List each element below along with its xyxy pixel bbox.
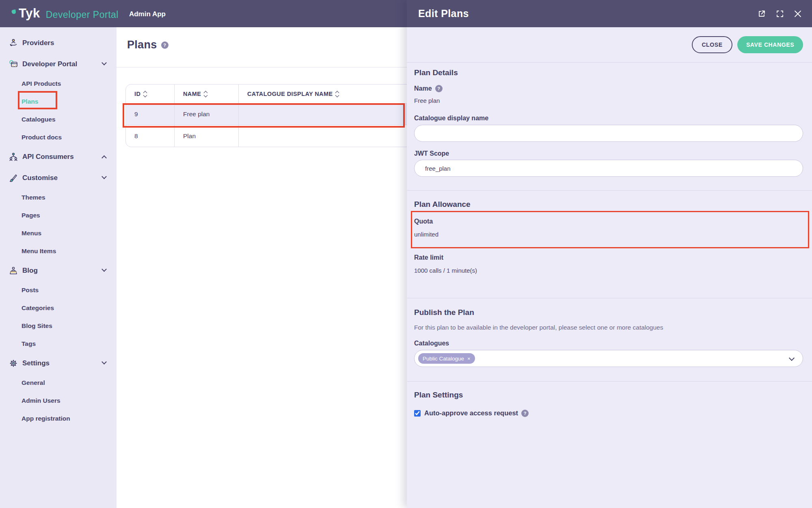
help-icon[interactable]: ? bbox=[521, 410, 529, 417]
sidebar-item-pages[interactable]: Pages bbox=[0, 206, 117, 224]
open-in-new-tab-icon[interactable] bbox=[758, 10, 766, 18]
close-button[interactable]: CLOSE bbox=[692, 36, 732, 53]
drawer-title: Edit Plans bbox=[418, 8, 469, 20]
column-header-name[interactable]: NAME bbox=[174, 85, 238, 103]
sidebar-item-settings[interactable]: Settings bbox=[0, 353, 117, 374]
sidebar-item-label: Settings bbox=[22, 359, 50, 367]
cell-name: Free plan bbox=[174, 104, 238, 125]
sidebar-item-plans[interactable]: Plans bbox=[0, 93, 117, 111]
sidebar-item-developer-portal[interactable]: Developer Portal bbox=[0, 54, 117, 75]
name-label: Name bbox=[414, 85, 432, 92]
sidebar-item-menus[interactable]: Menus bbox=[0, 224, 117, 242]
sidebar-item-label: Customise bbox=[22, 174, 58, 182]
close-icon[interactable] bbox=[794, 10, 801, 17]
section-heading: Publish the Plan bbox=[414, 308, 803, 317]
quota-value: unlimited bbox=[414, 231, 803, 238]
cell-id: 8 bbox=[126, 125, 174, 147]
sort-icon bbox=[144, 91, 147, 97]
sidebar-item-blog[interactable]: Blog bbox=[0, 260, 117, 281]
catalogue-chip: Public Catalogue × bbox=[418, 353, 475, 364]
rate-limit-label: Rate limit bbox=[414, 254, 803, 261]
chevron-down-icon bbox=[102, 174, 107, 179]
cell-id: 9 bbox=[126, 104, 174, 125]
sidebar-item-label: Categories bbox=[22, 304, 54, 312]
sidebar-item-label: App registration bbox=[22, 415, 70, 422]
sidebar-item-general[interactable]: General bbox=[0, 374, 117, 392]
tyk-logo[interactable]: Tyk Developer Portal bbox=[11, 7, 119, 20]
auto-approve-checkbox[interactable] bbox=[414, 410, 421, 417]
app-window: Tyk Developer Portal Admin App Providers… bbox=[0, 0, 812, 508]
sidebar-item-label: Plans bbox=[22, 98, 38, 105]
chevron-up-icon bbox=[102, 155, 107, 161]
publish-description: For this plan to be available in the dev… bbox=[414, 324, 803, 331]
sidebar-item-label: API Consumers bbox=[22, 153, 74, 161]
drawer-toolbar: CLOSE SAVE CHANGES bbox=[407, 27, 812, 63]
sort-icon bbox=[336, 91, 339, 97]
fullscreen-icon[interactable] bbox=[776, 10, 784, 17]
sidebar-item-label: Themes bbox=[22, 194, 45, 201]
sidebar-item-app-registration[interactable]: App registration bbox=[0, 410, 117, 428]
sidebar-item-label: Catalogues bbox=[22, 116, 56, 123]
sidebar-item-label: Product docs bbox=[22, 134, 62, 141]
edit-plans-drawer: Edit Plans CLOSE SAVE CHANGES Plan Detai… bbox=[407, 0, 812, 508]
sidebar-item-product-docs[interactable]: Product docs bbox=[0, 128, 117, 146]
column-header-id[interactable]: ID bbox=[126, 85, 174, 103]
quota-label: Quota bbox=[414, 218, 803, 225]
sort-icon bbox=[204, 91, 207, 97]
help-icon[interactable]: ? bbox=[435, 85, 443, 92]
catalogues-select[interactable]: Public Catalogue × bbox=[414, 350, 803, 367]
sidebar-item-posts[interactable]: Posts bbox=[0, 281, 117, 299]
save-changes-button[interactable]: SAVE CHANGES bbox=[737, 36, 803, 53]
publish-plan-section: Publish the Plan For this plan to be ava… bbox=[407, 298, 812, 381]
plan-details-section: Plan Details Name ? Free plan Catalogue … bbox=[407, 63, 812, 190]
sidebar-item-label: Menu Items bbox=[22, 247, 56, 255]
sidebar-item-tags[interactable]: Tags bbox=[0, 335, 117, 353]
catalogue-display-name-label: Catalogue display name bbox=[414, 115, 803, 122]
sidebar-item-customise[interactable]: Customise bbox=[0, 167, 117, 189]
cell-name: Plan bbox=[174, 125, 238, 147]
sidebar-item-catalogues[interactable]: Catalogues bbox=[0, 111, 117, 128]
remove-chip-icon[interactable]: × bbox=[467, 356, 471, 362]
gear-icon bbox=[7, 358, 19, 369]
sidebar-item-label: Providers bbox=[22, 39, 54, 47]
sidebar-item-label: Blog Sites bbox=[22, 322, 52, 330]
blog-icon bbox=[7, 265, 19, 276]
logo-text: Tyk bbox=[19, 7, 40, 20]
chevron-down-icon bbox=[789, 355, 795, 361]
sidebar-item-admin-users[interactable]: Admin Users bbox=[0, 392, 117, 410]
chevron-down-icon bbox=[102, 60, 107, 65]
admin-app-label: Admin App bbox=[129, 10, 166, 18]
auto-approve-label: Auto-approve access request bbox=[424, 409, 518, 417]
developer-portal-icon bbox=[7, 59, 19, 69]
section-heading: Plan Settings bbox=[414, 391, 803, 399]
name-value: Free plan bbox=[414, 97, 803, 104]
catalogues-label: Catalogues bbox=[414, 340, 803, 347]
sidebar-item-label: Posts bbox=[22, 287, 39, 294]
sidebar-item-menu-items[interactable]: Menu Items bbox=[0, 242, 117, 260]
chevron-down-icon bbox=[102, 359, 107, 365]
sidebar-item-label: General bbox=[22, 379, 45, 386]
jwt-scope-input[interactable] bbox=[414, 160, 803, 177]
sidebar-item-blog-sites[interactable]: Blog Sites bbox=[0, 317, 117, 335]
jwt-scope-label: JWT Scope bbox=[414, 150, 803, 157]
sidebar-item-api-products[interactable]: API Products bbox=[0, 75, 117, 93]
sidebar-item-label: API Products bbox=[22, 80, 61, 87]
section-heading: Plan Details bbox=[414, 68, 803, 77]
sidebar-item-themes[interactable]: Themes bbox=[0, 189, 117, 206]
page-title: Plans bbox=[127, 39, 157, 51]
section-heading: Plan Allowance bbox=[414, 200, 803, 209]
sidebar-item-api-consumers[interactable]: API Consumers bbox=[0, 146, 117, 167]
sidebar-item-label: Blog bbox=[22, 267, 38, 275]
rate-limit-value: 1000 calls / 1 minute(s) bbox=[414, 267, 803, 274]
sidebar-item-categories[interactable]: Categories bbox=[0, 299, 117, 317]
catalogue-display-name-input[interactable] bbox=[414, 125, 803, 142]
sidebar-item-providers[interactable]: Providers bbox=[0, 33, 117, 54]
chip-label: Public Catalogue bbox=[423, 356, 464, 362]
api-consumers-icon bbox=[7, 152, 19, 162]
help-icon[interactable]: ? bbox=[161, 41, 168, 49]
chevron-down-icon bbox=[102, 267, 107, 272]
sidebar-nav: Providers Developer Portal API Products … bbox=[0, 27, 117, 508]
sidebar-item-label: Menus bbox=[22, 230, 41, 237]
sidebar-item-label: Developer Portal bbox=[22, 60, 77, 68]
sidebar-item-label: Tags bbox=[22, 340, 36, 347]
